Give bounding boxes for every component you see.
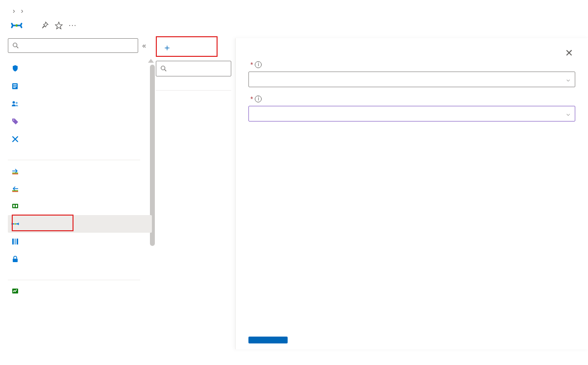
subnet-search[interactable] [156, 61, 231, 76]
sidebar-item-alerts[interactable] [8, 282, 152, 300]
svg-rect-5 [13, 86, 17, 87]
sidebar-item-outbound-rules[interactable] [8, 180, 152, 197]
search-icon [160, 65, 167, 72]
subnet-select[interactable]: ⌵ [248, 106, 575, 122]
svg-point-1 [13, 43, 17, 47]
column-header-name[interactable] [156, 81, 231, 91]
alerts-icon [11, 287, 20, 295]
shield-icon [11, 64, 20, 73]
field-virtual-network: * i ⌵ [248, 61, 575, 87]
sidebar-item-network-interfaces[interactable] [8, 197, 152, 215]
chevron-right-icon: › [21, 7, 24, 15]
nav-section-settings [8, 148, 140, 160]
close-icon[interactable]: ✕ [563, 45, 575, 61]
svg-point-23 [161, 66, 165, 70]
inbound-icon [11, 167, 20, 175]
associate-button[interactable]: ＋ [156, 40, 182, 55]
sidebar-item-locks[interactable] [8, 250, 152, 268]
nic-icon [11, 202, 20, 211]
sidebar: « [0, 38, 152, 349]
svg-rect-16 [16, 205, 17, 207]
required-indicator: * [250, 95, 253, 103]
nsg-icon [10, 19, 24, 32]
ok-button[interactable] [248, 337, 288, 343]
svg-rect-6 [13, 87, 16, 88]
vnet-select[interactable]: ⌵ [248, 72, 575, 87]
search-icon [12, 42, 19, 49]
info-icon[interactable]: i [255, 61, 262, 68]
content-pane: ＋ [152, 38, 235, 349]
nav-section-monitoring [8, 268, 140, 280]
favorite-icon[interactable] [55, 22, 63, 29]
svg-point-7 [13, 101, 15, 104]
required-indicator: * [250, 61, 253, 69]
info-icon[interactable]: i [255, 96, 262, 102]
field-subnet: * i ⌵ [248, 95, 575, 122]
svg-line-2 [17, 47, 19, 49]
subnet-icon [11, 219, 20, 228]
sidebar-item-subnets[interactable] [8, 215, 152, 233]
svg-rect-18 [12, 239, 14, 244]
svg-line-24 [165, 70, 167, 72]
lock-icon [11, 255, 20, 264]
tag-icon [11, 117, 20, 126]
resource-type-label [0, 32, 588, 38]
svg-rect-4 [13, 84, 17, 85]
sidebar-item-inbound-rules[interactable] [8, 162, 152, 180]
svg-rect-21 [13, 259, 18, 262]
svg-rect-20 [17, 239, 18, 244]
sidebar-item-properties[interactable] [8, 233, 152, 250]
svg-rect-14 [12, 204, 18, 208]
chevron-right-icon: › [13, 7, 15, 15]
subnet-search-input[interactable] [167, 64, 227, 73]
sidebar-item-overview[interactable] [8, 60, 152, 77]
pin-icon[interactable] [41, 22, 49, 29]
collapse-sidebar-icon[interactable]: « [142, 42, 146, 49]
svg-rect-15 [13, 205, 15, 207]
sidebar-item-access-control[interactable] [8, 95, 152, 113]
breadcrumb: › › [0, 0, 588, 19]
svg-point-9 [13, 120, 14, 121]
sidebar-search-input[interactable] [19, 41, 134, 50]
more-icon[interactable]: ··· [69, 21, 76, 30]
chevron-down-icon: ⌵ [566, 110, 570, 117]
people-icon [11, 99, 20, 108]
empty-state [156, 91, 231, 104]
log-icon [11, 82, 20, 91]
properties-icon [11, 237, 20, 246]
svg-rect-19 [15, 239, 16, 244]
svg-point-8 [16, 102, 18, 104]
associate-subnet-panel: ✕ * i ⌵ * i ⌵ [235, 38, 588, 349]
outbound-icon [11, 184, 20, 193]
chevron-down-icon: ⌵ [566, 76, 570, 83]
diagnose-icon [11, 135, 20, 144]
highlight-box [12, 215, 74, 231]
plus-icon: ＋ [163, 43, 172, 52]
nav-list [8, 53, 152, 300]
sidebar-item-diagnose[interactable] [8, 130, 152, 148]
svg-point-17 [15, 223, 16, 225]
sidebar-item-tags[interactable] [8, 113, 152, 130]
sidebar-search[interactable] [8, 38, 138, 53]
sidebar-item-activity-log[interactable] [8, 77, 152, 95]
